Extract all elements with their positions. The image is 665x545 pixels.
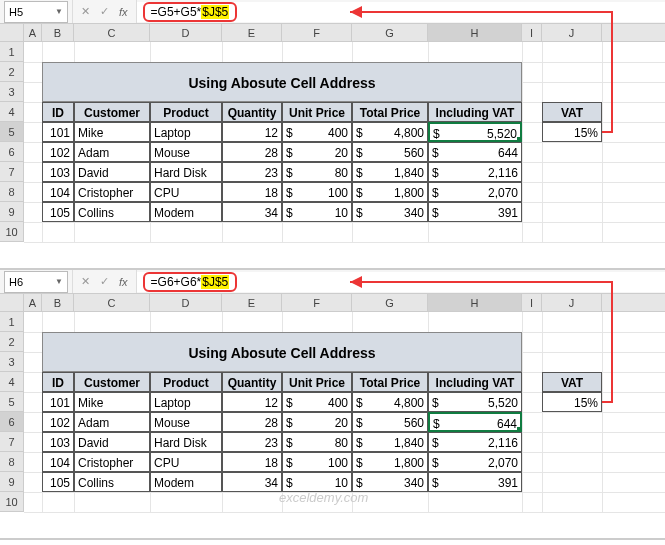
cell-id-6[interactable]: 102 — [42, 412, 74, 432]
row-header-8[interactable]: 8 — [0, 182, 24, 202]
cell-customer-7[interactable]: David — [74, 162, 150, 182]
col-header-I[interactable]: I — [522, 24, 542, 41]
cell-total-6[interactable]: $560 — [352, 412, 428, 432]
hdr-unitprice[interactable]: Unit Price — [282, 102, 352, 122]
fx-icon[interactable]: fx — [119, 276, 128, 288]
col-header-A[interactable]: A — [24, 24, 42, 41]
cell-product-9[interactable]: Modem — [150, 472, 222, 492]
cancel-icon[interactable]: ✕ — [81, 5, 90, 18]
cell-id-9[interactable]: 105 — [42, 472, 74, 492]
hdr-incvat[interactable]: Including VAT — [428, 372, 522, 392]
cell-customer-5[interactable]: Mike — [74, 122, 150, 142]
cell-id-8[interactable]: 104 — [42, 182, 74, 202]
cell-id-8[interactable]: 104 — [42, 452, 74, 472]
fill-handle[interactable] — [517, 427, 522, 432]
cell-qty-5[interactable]: 12 — [222, 122, 282, 142]
row-header-7[interactable]: 7 — [0, 162, 24, 182]
col-header-J[interactable]: J — [542, 294, 602, 311]
hdr-customer[interactable]: Customer — [74, 372, 150, 392]
cell-incvat-5[interactable]: $5,520 — [428, 392, 522, 412]
select-all-corner[interactable] — [0, 24, 24, 41]
row-header-9[interactable]: 9 — [0, 472, 24, 492]
col-header-E[interactable]: E — [222, 24, 282, 41]
cell-qty-8[interactable]: 18 — [222, 452, 282, 472]
row-header-6[interactable]: 6 — [0, 412, 24, 432]
cell-incvat-8[interactable]: $2,070 — [428, 182, 522, 202]
cell-qty-8[interactable]: 18 — [222, 182, 282, 202]
col-header-C[interactable]: C — [74, 24, 150, 41]
cell-customer-6[interactable]: Adam — [74, 412, 150, 432]
hdr-totalprice[interactable]: Total Price — [352, 102, 428, 122]
row-header-10[interactable]: 10 — [0, 222, 24, 242]
row-header-3[interactable]: 3 — [0, 352, 24, 372]
cell-id-7[interactable]: 103 — [42, 162, 74, 182]
hdr-vat[interactable]: VAT — [542, 102, 602, 122]
row-header-6[interactable]: 6 — [0, 142, 24, 162]
cell-total-8[interactable]: $1,800 — [352, 182, 428, 202]
col-header-D[interactable]: D — [150, 24, 222, 41]
row-header-1[interactable]: 1 — [0, 42, 24, 62]
cell-total-5[interactable]: $4,800 — [352, 122, 428, 142]
hdr-vat[interactable]: VAT — [542, 372, 602, 392]
chevron-down-icon[interactable]: ▼ — [55, 7, 63, 16]
hdr-unitprice[interactable]: Unit Price — [282, 372, 352, 392]
cell-unit-9[interactable]: $10 — [282, 472, 352, 492]
cell-customer-7[interactable]: David — [74, 432, 150, 452]
hdr-totalprice[interactable]: Total Price — [352, 372, 428, 392]
hdr-id[interactable]: ID — [42, 102, 74, 122]
row-header-2[interactable]: 2 — [0, 62, 24, 82]
cell-qty-5[interactable]: 12 — [222, 392, 282, 412]
cell-total-7[interactable]: $1,840 — [352, 162, 428, 182]
cell-incvat-8[interactable]: $2,070 — [428, 452, 522, 472]
row-header-10[interactable]: 10 — [0, 492, 24, 512]
cell-customer-9[interactable]: Collins — [74, 472, 150, 492]
cell-unit-7[interactable]: $80 — [282, 432, 352, 452]
cell-product-5[interactable]: Laptop — [150, 122, 222, 142]
hdr-quantity[interactable]: Quantity — [222, 102, 282, 122]
col-header-G[interactable]: G — [352, 24, 428, 41]
cell-customer-8[interactable]: Cristopher — [74, 452, 150, 472]
cell-customer-6[interactable]: Adam — [74, 142, 150, 162]
cell-incvat-7[interactable]: $2,116 — [428, 162, 522, 182]
row-header-5[interactable]: 5 — [0, 122, 24, 142]
cell-total-9[interactable]: $340 — [352, 472, 428, 492]
cell-unit-8[interactable]: $100 — [282, 182, 352, 202]
vat-value[interactable]: 15% — [542, 122, 602, 142]
row-header-4[interactable]: 4 — [0, 102, 24, 122]
name-box[interactable]: H5 ▼ — [4, 1, 68, 23]
cell-qty-7[interactable]: 23 — [222, 162, 282, 182]
cell-unit-9[interactable]: $10 — [282, 202, 352, 222]
row-header-8[interactable]: 8 — [0, 452, 24, 472]
cell-unit-5[interactable]: $400 — [282, 122, 352, 142]
cell-unit-5[interactable]: $400 — [282, 392, 352, 412]
name-box[interactable]: H6 ▼ — [4, 271, 68, 293]
cell-customer-8[interactable]: Cristopher — [74, 182, 150, 202]
col-header-H[interactable]: H — [428, 294, 522, 311]
cell-incvat-6[interactable]: $644 — [428, 412, 522, 432]
cell-qty-6[interactable]: 28 — [222, 412, 282, 432]
cell-unit-6[interactable]: $20 — [282, 412, 352, 432]
cell-customer-9[interactable]: Collins — [74, 202, 150, 222]
cancel-icon[interactable]: ✕ — [81, 275, 90, 288]
cell-incvat-6[interactable]: $644 — [428, 142, 522, 162]
cell-unit-7[interactable]: $80 — [282, 162, 352, 182]
enter-icon[interactable]: ✓ — [100, 5, 109, 18]
cell-product-8[interactable]: CPU — [150, 452, 222, 472]
row-header-9[interactable]: 9 — [0, 202, 24, 222]
hdr-product[interactable]: Product — [150, 372, 222, 392]
cell-id-5[interactable]: 101 — [42, 122, 74, 142]
cell-product-6[interactable]: Mouse — [150, 142, 222, 162]
enter-icon[interactable]: ✓ — [100, 275, 109, 288]
col-header-D[interactable]: D — [150, 294, 222, 311]
row-header-2[interactable]: 2 — [0, 332, 24, 352]
cell-customer-5[interactable]: Mike — [74, 392, 150, 412]
cell-product-7[interactable]: Hard Disk — [150, 162, 222, 182]
hdr-product[interactable]: Product — [150, 102, 222, 122]
cell-total-7[interactable]: $1,840 — [352, 432, 428, 452]
cell-id-6[interactable]: 102 — [42, 142, 74, 162]
col-header-F[interactable]: F — [282, 24, 352, 41]
grid-area[interactable]: Using Abosute Cell AddressIDCustomerProd… — [24, 312, 665, 512]
col-header-J[interactable]: J — [542, 24, 602, 41]
col-header-B[interactable]: B — [42, 294, 74, 311]
cell-product-9[interactable]: Modem — [150, 202, 222, 222]
